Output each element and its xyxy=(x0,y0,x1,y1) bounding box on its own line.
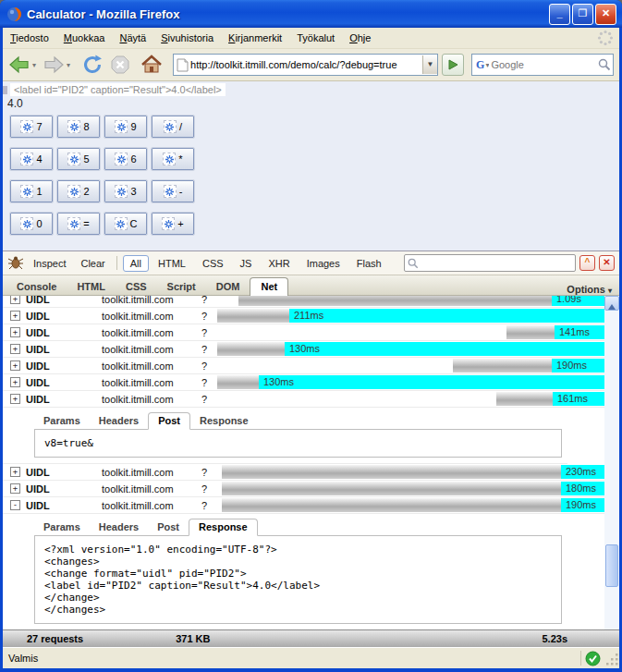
url-dropdown-button[interactable]: ▼ xyxy=(422,55,437,74)
filter-js[interactable]: JS xyxy=(233,255,260,272)
filter-html[interactable]: HTML xyxy=(151,255,193,272)
tab-dom[interactable]: DOM xyxy=(206,278,250,295)
request-path: ? xyxy=(201,483,217,495)
expander-icon[interactable]: - xyxy=(10,500,20,510)
magnifier-icon[interactable] xyxy=(598,58,611,71)
menu-item-sivuhistoria[interactable]: Sivuhistoria xyxy=(153,30,221,46)
filter-css[interactable]: CSS xyxy=(195,255,231,272)
detail-tab-params[interactable]: Params xyxy=(34,413,90,429)
request-domain: toolkit.itmill.com xyxy=(102,311,201,322)
options-menu[interactable]: Options ▾ xyxy=(567,284,616,295)
back-button[interactable]: ▾ xyxy=(6,53,37,77)
filter-images[interactable]: Images xyxy=(299,255,348,272)
calc-button-/[interactable]: / xyxy=(152,116,194,138)
resize-grip[interactable] xyxy=(606,651,619,666)
go-button[interactable] xyxy=(442,54,464,76)
detail-tab-post[interactable]: Post xyxy=(148,519,189,535)
url-input[interactable] xyxy=(189,55,422,74)
calc-button-3[interactable]: 3 xyxy=(104,180,147,202)
stop-button[interactable] xyxy=(108,53,132,77)
calc-button-C[interactable]: C xyxy=(104,213,147,235)
web-search-input[interactable] xyxy=(489,58,598,71)
tab-html[interactable]: HTML xyxy=(67,278,116,295)
url-bar: ▼ xyxy=(173,54,438,76)
expander-icon[interactable]: + xyxy=(10,344,20,354)
request-domain: toolkit.itmill.com xyxy=(102,296,201,305)
expander-icon[interactable]: + xyxy=(10,467,20,477)
firebug-bug-icon[interactable] xyxy=(7,255,24,272)
calc-button-4[interactable]: 4 xyxy=(10,148,53,170)
net-request-row[interactable]: +UIDLtoolkit.itmill.com?230ms xyxy=(3,464,604,481)
tab-net[interactable]: Net xyxy=(250,277,288,296)
net-request-row[interactable]: +UIDLtoolkit.itmill.com?180ms xyxy=(3,481,604,497)
clear-button[interactable]: Clear xyxy=(75,256,110,271)
expander-icon[interactable]: + xyxy=(10,296,20,304)
net-request-row[interactable]: +UIDLtoolkit.itmill.com?211ms xyxy=(3,308,604,324)
close-button[interactable]: ✕ xyxy=(595,4,616,25)
expander-icon[interactable]: + xyxy=(10,360,20,371)
tab-console[interactable]: Console xyxy=(6,278,67,295)
calc-button-1[interactable]: 1 xyxy=(10,180,53,202)
home-button[interactable] xyxy=(140,53,164,77)
net-request-row[interactable]: +UIDLtoolkit.itmill.com?130ms xyxy=(3,374,604,391)
forward-button[interactable]: ▾ xyxy=(41,53,71,77)
net-request-row[interactable]: +UIDLtoolkit.itmill.com?161ms xyxy=(3,391,604,408)
calc-button-8[interactable]: 8 xyxy=(57,116,100,138)
calc-button-5[interactable]: 5 xyxy=(57,148,100,170)
detail-tab-headers[interactable]: Headers xyxy=(90,413,148,429)
net-scrollbar[interactable] xyxy=(604,296,619,629)
calc-button-*[interactable]: * xyxy=(152,148,194,170)
calc-button-2[interactable]: 2 xyxy=(57,180,100,202)
request-name: UIDL xyxy=(26,327,102,338)
detail-tab-post[interactable]: Post xyxy=(148,412,190,430)
detail-tab-response[interactable]: Response xyxy=(189,519,258,536)
calc-button-9[interactable]: 9 xyxy=(104,116,147,138)
filter-all[interactable]: All xyxy=(123,255,149,272)
detail-tab-headers[interactable]: Headers xyxy=(90,519,148,535)
calc-button-=[interactable]: = xyxy=(57,213,100,235)
tab-css[interactable]: CSS xyxy=(116,278,157,295)
request-detail: ParamsHeadersPostResponsev8=true& xyxy=(3,408,567,464)
menu-item-ohje[interactable]: Ohje xyxy=(342,30,378,46)
scrollbar-thumb[interactable] xyxy=(605,544,618,587)
net-request-row[interactable]: -UIDLtoolkit.itmill.com?190ms xyxy=(3,497,604,514)
net-request-row[interactable]: +UIDLtoolkit.itmill.com?190ms xyxy=(3,358,604,374)
maximize-button[interactable]: ❐ xyxy=(572,4,593,25)
request-name: UIDL xyxy=(26,377,102,388)
net-request-row[interactable]: +UIDLtoolkit.itmill.com?1.09s xyxy=(3,296,604,308)
expander-icon[interactable]: + xyxy=(10,311,20,321)
calc-button-+[interactable]: + xyxy=(152,213,194,235)
detail-tab-response[interactable]: Response xyxy=(190,413,258,429)
calc-button-7[interactable]: 7 xyxy=(10,116,53,138)
expander-icon[interactable]: + xyxy=(10,394,20,404)
minimize-button[interactable]: _ xyxy=(549,4,570,25)
sprite-icon xyxy=(67,217,80,230)
calc-button--[interactable]: - xyxy=(152,180,194,202)
net-request-row[interactable]: +UIDLtoolkit.itmill.com?141ms xyxy=(3,324,604,341)
firebug-detach-button[interactable]: ^ xyxy=(579,255,595,271)
calc-button-6[interactable]: 6 xyxy=(104,148,147,170)
net-request-row[interactable]: +UIDLtoolkit.itmill.com?130ms xyxy=(3,341,604,358)
tab-script[interactable]: Script xyxy=(157,278,206,295)
scroll-up-button[interactable] xyxy=(604,296,619,311)
menu-item-muokkaa[interactable]: Muokkaa xyxy=(56,30,113,46)
filter-xhr[interactable]: XHR xyxy=(261,255,297,272)
filter-flash[interactable]: Flash xyxy=(349,255,389,272)
expander-icon[interactable]: + xyxy=(10,327,20,337)
request-timeline: 1.09s xyxy=(217,296,604,306)
reload-button[interactable] xyxy=(80,53,104,77)
menu-item-kirjanmerkit[interactable]: Kirjanmerkit xyxy=(221,30,289,46)
request-name: UIDL xyxy=(26,360,102,372)
firebug-search-input[interactable] xyxy=(419,257,572,270)
waiting-bar xyxy=(453,359,552,373)
menu-item-työkalut[interactable]: Työkalut xyxy=(289,30,342,46)
menu-item-tiedosto[interactable]: Tiedosto xyxy=(3,30,56,46)
firebug-close-button[interactable]: ✕ xyxy=(599,255,615,271)
detail-tab-params[interactable]: Params xyxy=(34,519,90,535)
expander-icon[interactable]: + xyxy=(10,377,20,387)
inspect-button[interactable]: Inspect xyxy=(28,256,71,271)
calc-button-0[interactable]: 0 xyxy=(10,213,53,235)
menu-item-näytä[interactable]: Näytä xyxy=(112,30,153,46)
sprite-icon xyxy=(115,120,128,133)
expander-icon[interactable]: + xyxy=(10,483,20,494)
